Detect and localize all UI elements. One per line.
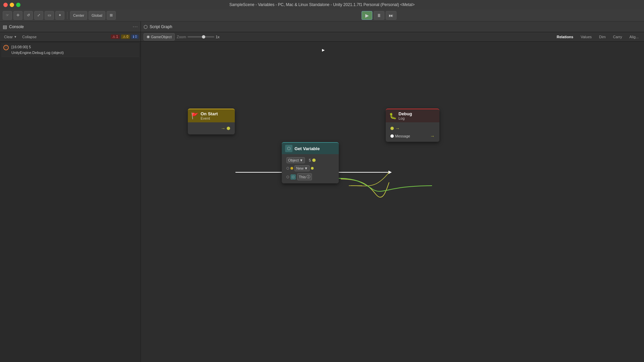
pause-button[interactable]: ⏸ xyxy=(374,11,384,20)
snap-button[interactable]: ⊞ xyxy=(107,11,116,20)
variable-output-port[interactable] xyxy=(312,159,316,162)
cursor xyxy=(321,48,328,54)
svg-marker-1 xyxy=(388,171,392,174)
values-button[interactable]: Values xyxy=(578,33,594,41)
variable-icon: ⬡ xyxy=(285,145,292,152)
var-dropdown-arrow-icon: ▼ xyxy=(304,166,308,170)
info-badge[interactable]: ℹ 0 xyxy=(131,35,139,39)
get-variable-title: Get Variable xyxy=(294,146,320,151)
log-entry-text: [16:08:00] 5 UnityEngine.Debug:Log (obje… xyxy=(11,44,64,55)
source-icon: ⬡ xyxy=(290,174,296,180)
main-toolbar: ☞ ✛ ↺ ⤢ ▭ ✦ Center Global ⊞ ▶ ⏸ ⏭ xyxy=(0,9,644,21)
output-arrow-icon: → xyxy=(221,126,225,131)
input-flow-port[interactable] xyxy=(390,127,394,130)
error-icon: ⚠ xyxy=(112,35,115,39)
var-input-circle[interactable] xyxy=(286,167,289,170)
output-flow-port[interactable] xyxy=(227,127,230,130)
console-options-button[interactable]: ⋯ xyxy=(132,23,138,30)
console-toolbar: Clear ▼ Collapse ⚠ 1 ⚠ 0 ℹ 0 xyxy=(0,32,141,42)
on-start-subtitle: Event xyxy=(201,116,218,120)
step-button[interactable]: ⏭ xyxy=(386,11,396,20)
zoom-group: Zoom 1x xyxy=(177,35,220,39)
console-content: ! [16:08:00] 5 UnityEngine.Debug:Log (ob… xyxy=(0,42,141,362)
maximize-button[interactable] xyxy=(16,3,20,7)
play-controls: ▶ ⏸ ⏭ xyxy=(362,11,396,20)
source-dropdown-arrow-icon: ⓘ xyxy=(307,174,310,179)
minimize-button[interactable] xyxy=(10,3,14,7)
connections-svg xyxy=(141,42,644,362)
toolbar-separator-1 xyxy=(67,12,67,19)
debug-log-header: 🐛 Debug Log xyxy=(386,109,439,122)
dropdown-arrow-icon: ▼ xyxy=(300,158,303,162)
on-start-body: → xyxy=(188,122,235,134)
transform-tool-button[interactable]: ✦ xyxy=(55,11,64,20)
error-badge[interactable]: ⚠ 1 xyxy=(111,35,120,39)
hand-tool-button[interactable]: ☞ xyxy=(3,11,12,20)
rect-tool-button[interactable]: ▭ xyxy=(45,11,54,20)
graph-canvas[interactable]: 🚩 On Start Event → 🐛 xyxy=(141,42,644,362)
variable-name-dropdown[interactable]: New ▼ xyxy=(294,165,310,171)
console-panel: ▤ Console ⋯ Clear ▼ Collapse ⚠ 1 ⚠ 0 xyxy=(0,21,141,362)
close-button[interactable] xyxy=(3,3,8,7)
zoom-value: 1x xyxy=(216,35,220,39)
console-title: Console xyxy=(9,24,24,29)
debug-icon: 🐛 xyxy=(389,112,396,120)
debug-log-title: Debug xyxy=(398,111,412,116)
type-dropdown[interactable]: Object ▼ xyxy=(286,157,305,163)
scale-tool-button[interactable]: ⤢ xyxy=(34,11,43,20)
debug-log-body: → Message → xyxy=(386,122,439,142)
flag-icon: 🚩 xyxy=(191,112,199,120)
graph-panel: ⬡ Script Graph ◉ GameObject Zoom 1x Rela… xyxy=(141,21,644,362)
debug-log-node[interactable]: 🐛 Debug Log → xyxy=(386,109,439,142)
input-arrow-icon: → xyxy=(395,126,400,131)
debug-log-subtitle: Log xyxy=(398,116,412,120)
rotate-tool-button[interactable]: ↺ xyxy=(24,11,33,20)
graph-title: Script Graph xyxy=(150,24,172,29)
warning-icon: ⚠ xyxy=(123,35,126,39)
zoom-slider[interactable] xyxy=(187,36,214,38)
type-dropdown-row: Object ▼ 5 xyxy=(285,156,335,164)
var-right-port[interactable] xyxy=(311,167,314,170)
relations-button[interactable]: Relations xyxy=(554,33,576,41)
global-button[interactable]: Global xyxy=(89,11,105,20)
get-variable-header: ⬡ Get Variable xyxy=(282,142,339,154)
debug-log-message-row: Message → xyxy=(389,132,436,140)
get-variable-body: Object ▼ 5 xyxy=(282,154,339,183)
source-dropdown[interactable]: This ⓘ xyxy=(297,173,312,180)
carry-button[interactable]: Carry xyxy=(610,33,625,41)
collapse-button[interactable]: Collapse xyxy=(20,34,39,40)
debug-log-flow-in: → xyxy=(389,124,436,132)
log-entry-icon: ! xyxy=(3,45,9,50)
gameobject-button[interactable]: ◉ GameObject xyxy=(144,33,175,41)
source-input-circle[interactable] xyxy=(286,176,289,178)
graph-header: ⬡ Script Graph xyxy=(141,21,644,32)
source-row: ⬡ This ⓘ xyxy=(285,172,335,181)
message-input-port[interactable] xyxy=(390,134,394,138)
window-title: SampleScene - Variables - PC, Mac & Linu… xyxy=(229,2,415,7)
clear-button[interactable]: Clear ▼ xyxy=(2,34,19,40)
log-entry[interactable]: ! [16:08:00] 5 UnityEngine.Debug:Log (ob… xyxy=(1,43,139,57)
graph-icon: ⬡ xyxy=(144,24,148,29)
output-arrow-icon-2: → xyxy=(430,133,435,139)
dim-button[interactable]: Dim xyxy=(596,33,608,41)
variable-name-row: New ▼ xyxy=(285,164,335,172)
zoom-label: Zoom xyxy=(177,35,186,39)
gameobject-icon: ◉ xyxy=(147,35,150,39)
on-start-header: 🚩 On Start Event xyxy=(188,109,235,122)
graph-toolbar: ◉ GameObject Zoom 1x Relations Values Di… xyxy=(141,32,644,42)
play-button[interactable]: ▶ xyxy=(362,11,372,20)
center-button[interactable]: Center xyxy=(70,11,87,20)
align-button[interactable]: Alig... xyxy=(627,33,641,41)
main-layout: ▤ Console ⋯ Clear ▼ Collapse ⚠ 1 ⚠ 0 xyxy=(0,21,644,362)
message-label: Message xyxy=(395,134,410,138)
get-variable-node[interactable]: ⬡ Get Variable Object ▼ 5 xyxy=(282,142,339,183)
traffic-lights xyxy=(3,3,20,7)
cursor-arrow xyxy=(322,49,325,52)
console-header: ▤ Console ⋯ xyxy=(0,21,141,32)
warning-badge[interactable]: ⚠ 0 xyxy=(121,35,130,39)
move-tool-button[interactable]: ✛ xyxy=(13,11,22,20)
console-icon: ▤ xyxy=(3,24,7,29)
zoom-thumb xyxy=(202,35,205,39)
clear-dropdown-arrow: ▼ xyxy=(14,35,17,39)
on-start-node[interactable]: 🚩 On Start Event → xyxy=(188,109,235,134)
